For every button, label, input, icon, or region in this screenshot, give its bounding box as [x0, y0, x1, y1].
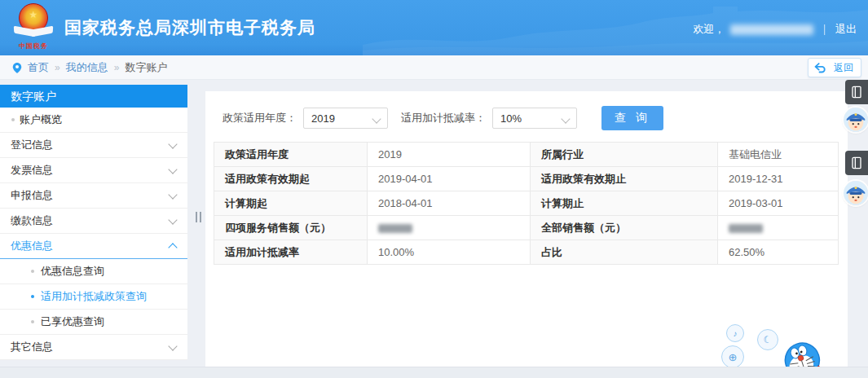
- police-officer-avatar[interactable]: [844, 108, 868, 132]
- breadcrumb-item[interactable]: 我的信息: [66, 61, 108, 73]
- doraemon-mascot[interactable]: ♪☾⊕: [698, 324, 821, 367]
- back-button[interactable]: 返回: [808, 58, 861, 77]
- chevron-down-icon: [561, 114, 570, 123]
- row-label: 适用政策有效期止: [531, 167, 718, 191]
- footer-strip: [0, 367, 868, 378]
- location-pin-icon: [11, 61, 23, 74]
- table-row: 适用加计抵减率10.00%占比62.50%: [214, 240, 839, 265]
- redacted-value: [378, 224, 412, 233]
- sidebar-item-label: 其它信息: [11, 335, 53, 359]
- sidebar-item-label: 已享优惠查询: [41, 310, 104, 334]
- sidebar-item-preference-info[interactable]: 优惠信息: [0, 234, 187, 259]
- row-value: 2019: [368, 143, 531, 167]
- deduction-rate-label: 适用加计抵减率：: [401, 111, 486, 125]
- back-arrow-icon: [813, 63, 826, 73]
- row-value: 2019-04-01: [368, 167, 531, 191]
- sidebar-item-registration-info[interactable]: 登记信息: [0, 133, 187, 158]
- sidebar-item-label: 优惠信息: [11, 234, 53, 258]
- sidebar-item-additional-deduction-policy-query[interactable]: 适用加计抵减政策查询: [0, 284, 187, 310]
- row-value: 基础电信业: [718, 143, 839, 167]
- bullet-dot-icon: [31, 295, 34, 298]
- sidebar-item-preference-info-query[interactable]: 优惠信息查询: [0, 259, 187, 284]
- sidebar-item-other-info[interactable]: 其它信息: [0, 335, 187, 360]
- sidebar-item-label: 登记信息: [11, 133, 53, 157]
- notebook-icon[interactable]: [845, 151, 868, 175]
- row-label: 计算期起: [214, 191, 368, 216]
- china-tax-emblem-logo: ★ 中国税务: [11, 3, 56, 54]
- breadcrumb-separator: »: [114, 62, 120, 73]
- row-label: 所属行业: [531, 143, 718, 167]
- breadcrumb: 首页»我的信息»数字账户: [28, 59, 167, 75]
- back-button-label: 返回: [834, 61, 853, 75]
- breadcrumb-item[interactable]: 首页: [28, 61, 49, 73]
- sidebar-item-invoice-info[interactable]: 发票信息: [0, 158, 187, 183]
- tax-wings-icon: [14, 28, 53, 39]
- chevron-down-icon: [372, 114, 381, 123]
- sidebar-item-label: 缴款信息: [11, 209, 53, 233]
- chevron-down-icon: [168, 215, 177, 224]
- music-note-bubble-icon: ♪: [726, 324, 744, 342]
- row-label: 占比: [531, 240, 718, 265]
- breadcrumb-separator: »: [55, 62, 60, 73]
- sidebar-item-label: 申报信息: [11, 183, 53, 208]
- table-row: 计算期起2018-04-01计算期止2019-03-01: [214, 191, 839, 216]
- row-label: 适用加计抵减率: [214, 240, 368, 265]
- chevron-down-icon: [168, 165, 177, 174]
- row-label: 四项服务销售额（元）: [214, 216, 368, 240]
- sidebar-item-account-overview[interactable]: 账户概览: [0, 108, 187, 133]
- bullet-dot-icon: [31, 270, 34, 273]
- site-title: 国家税务总局深圳市电子税务局: [64, 16, 315, 39]
- table-row: 适用政策有效期起2019-04-01适用政策有效期止2019-12-31: [214, 167, 839, 191]
- chevron-down-icon: [168, 139, 177, 148]
- app-header: ★ 中国税务 国家税务总局深圳市电子税务局 欢迎， ｜ 退出: [0, 0, 868, 55]
- chevron-down-icon: [168, 190, 177, 199]
- user-name-redacted: [730, 24, 813, 35]
- row-label: 适用政策有效期起: [214, 167, 368, 191]
- breadcrumb-item: 数字账户: [125, 61, 167, 73]
- row-value: [368, 216, 531, 240]
- query-button[interactable]: 查 询: [601, 106, 663, 130]
- policy-year-value: 2019: [311, 112, 335, 125]
- logout-link[interactable]: 退出: [835, 22, 857, 37]
- sidebar-item-label: 适用加计抵减政策查询: [41, 284, 147, 309]
- sidebar-resize-handle[interactable]: [196, 212, 201, 222]
- sidebar-item-enjoyed-preference-query[interactable]: 已享优惠查询: [0, 310, 187, 335]
- table-row: 政策适用年度2019所属行业基础电信业: [214, 143, 839, 167]
- sidebar-item-label: 发票信息: [11, 158, 53, 182]
- policy-detail-table: 政策适用年度2019所属行业基础电信业适用政策有效期起2019-04-01适用政…: [214, 142, 839, 265]
- floating-widget-rail: [842, 80, 868, 218]
- welcome-divider: ｜: [819, 22, 830, 37]
- police-officer-avatar[interactable]: [844, 181, 868, 205]
- row-value: 10.00%: [368, 240, 531, 265]
- sidebar-item-label: 账户概览: [20, 108, 62, 132]
- row-label: 全部销售额（元）: [531, 216, 718, 240]
- row-value: 2019-12-31: [718, 167, 839, 191]
- notebook-icon[interactable]: [845, 80, 868, 104]
- deduction-rate-select[interactable]: 10%: [492, 108, 577, 129]
- globe-bubble-icon: ⊕: [721, 345, 744, 368]
- row-value: 62.50%: [718, 240, 839, 265]
- chevron-up-icon: [168, 243, 177, 252]
- row-label: 计算期止: [531, 191, 718, 216]
- sidebar-nav: 数字账户 账户概览登记信息发票信息申报信息缴款信息优惠信息优惠信息查询适用加计抵…: [0, 85, 187, 360]
- filter-row: 政策适用年度： 2019 适用加计抵减率： 10% 查 询: [205, 91, 848, 130]
- row-value: 2018-04-01: [368, 191, 531, 216]
- sidebar-item-payment-info[interactable]: 缴款信息: [0, 209, 187, 234]
- sidebar-item-declaration-info[interactable]: 申报信息: [0, 183, 187, 209]
- sidebar-item-label: 优惠信息查询: [41, 259, 104, 284]
- welcome-area: 欢迎， ｜ 退出: [693, 22, 857, 37]
- policy-year-label: 政策适用年度：: [223, 111, 297, 125]
- electronic-tax-bureau-page: ★ 中国税务 国家税务总局深圳市电子税务局 欢迎， ｜ 退出 首页»我的信息»数…: [0, 0, 868, 378]
- chevron-down-icon: [168, 341, 177, 350]
- breadcrumb-bar: 首页»我的信息»数字账户 返回: [0, 55, 868, 80]
- row-label: 政策适用年度: [214, 143, 368, 167]
- sidebar-header-digital-account[interactable]: 数字账户: [0, 85, 187, 108]
- policy-year-select[interactable]: 2019: [303, 108, 388, 129]
- redacted-value: [729, 224, 763, 233]
- bullet-dot-icon: [11, 118, 15, 121]
- bullet-dot-icon: [31, 320, 34, 323]
- deduction-rate-value: 10%: [500, 112, 522, 125]
- welcome-prefix: 欢迎，: [693, 22, 725, 37]
- row-value: 2019-03-01: [718, 191, 839, 216]
- row-value: [718, 216, 839, 240]
